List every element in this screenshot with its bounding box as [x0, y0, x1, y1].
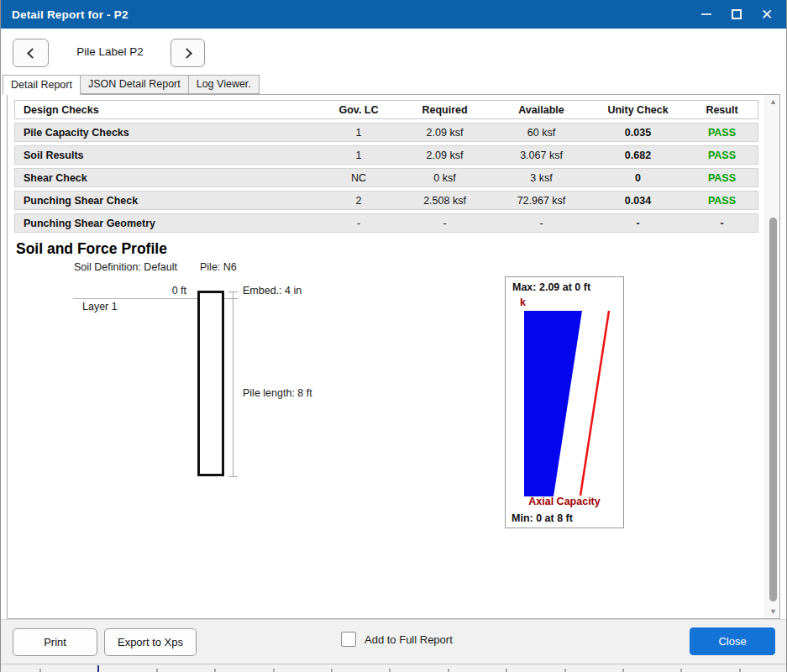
soil-layer-label: Layer 1	[82, 301, 118, 312]
grid-tick	[622, 669, 624, 672]
embedment-label: Embed.: 4 in	[243, 285, 302, 297]
grid-tick-selected	[97, 665, 99, 672]
axial-force-chart: Max: 2.09 at 0 ft k Axial Capacity Min: …	[505, 276, 624, 528]
available-cell: -	[493, 218, 590, 229]
check-name: Pile Capacity Checks	[15, 127, 321, 139]
detail-report-dialog: Detail Report for - P2 ✕ Pile Label P2 D…	[0, 0, 787, 672]
required-cell: 2.508 ksf	[396, 195, 493, 207]
maximize-button[interactable]	[727, 5, 746, 24]
dimension-tick	[228, 476, 238, 477]
result-cell: PASS	[686, 172, 758, 184]
table-header-row: Design Checks Gov. LC Required Available…	[14, 100, 758, 119]
close-button[interactable]: Close	[690, 627, 775, 655]
tab-bar: Detail Report JSON Detail Report Log Vie…	[1, 74, 786, 94]
tab-log-viewer[interactable]: Log Viewer.	[189, 75, 260, 94]
grid-tick	[331, 669, 333, 672]
header-design-checks: Design Checks	[15, 104, 321, 116]
gov-lc-cell: 1	[321, 150, 396, 161]
gov-lc-cell: 2	[321, 195, 396, 207]
pile-outline	[197, 291, 224, 476]
unity-cell: 0	[590, 172, 686, 184]
axial-capacity-line	[580, 311, 609, 496]
soil-force-profile-heading: Soil and Force Profile	[16, 240, 779, 258]
soil-force-profile-diagram: Soil Definition: Default Pile: N6 0 ft L…	[8, 261, 779, 543]
pile-length-label: Pile length: 8 ft	[243, 387, 312, 399]
table-row: Shear Check NC 0 ksf 3 ksf 0 PASS	[14, 168, 758, 187]
grid-tick	[156, 669, 158, 672]
print-button[interactable]: Print	[13, 628, 97, 656]
header-available: Available	[493, 104, 590, 116]
required-cell: 2.09 ksf	[396, 150, 493, 161]
axial-force-plot	[506, 277, 623, 528]
grid-tick	[389, 669, 391, 672]
result-cell: PASS	[686, 195, 758, 207]
grid-tick	[214, 669, 216, 672]
add-to-full-report-checkbox[interactable]	[341, 632, 356, 647]
grid-tick	[273, 669, 275, 672]
chart-min-label: Min: 0 at 8 ft	[512, 512, 573, 524]
maximize-icon	[732, 9, 742, 19]
dimension-tick	[228, 291, 238, 292]
result-cell: PASS	[686, 150, 758, 161]
add-to-full-report-label: Add to Full Report	[365, 633, 453, 646]
tab-detail-report[interactable]: Detail Report	[3, 75, 81, 95]
next-pile-button[interactable]	[171, 39, 205, 67]
dimension-tick	[228, 298, 238, 299]
required-cell: 0 ksf	[396, 172, 493, 184]
pile-nav-row: Pile Label P2	[1, 29, 786, 74]
close-window-button[interactable]: ✕	[758, 5, 776, 24]
available-cell: 3.067 ksf	[493, 150, 590, 161]
title-bar: Detail Report for - P2 ✕	[1, 0, 786, 29]
header-gov-lc: Gov. LC	[321, 104, 396, 116]
unity-cell: -	[590, 218, 686, 229]
grid-tick	[564, 669, 566, 672]
check-name: Punching Shear Check	[15, 195, 321, 207]
pile-name-label: Pile: N6	[200, 261, 237, 273]
check-name: Punching Shear Geometry	[15, 218, 321, 229]
table-row: Punching Shear Geometry - - - - -	[14, 213, 758, 233]
scroll-down-icon[interactable]: ▼	[766, 607, 780, 616]
footer-bar: Print Export to Xps Add to Full Report C…	[1, 619, 786, 664]
pile-label: Pile Label P2	[53, 45, 167, 58]
table-row: Soil Results 1 2.09 ksf 3.067 ksf 0.682 …	[14, 145, 758, 165]
header-required: Required	[396, 104, 493, 116]
grid-tick	[506, 669, 507, 672]
check-name: Soil Results	[15, 150, 321, 161]
table-row: Pile Capacity Checks 1 2.09 ksf 60 ksf 0…	[14, 123, 758, 142]
chevron-left-icon	[27, 48, 38, 59]
grid-tick	[448, 669, 449, 672]
chevron-right-icon	[181, 48, 192, 59]
soil-definition-label: Soil Definition: Default	[74, 261, 177, 273]
gov-lc-cell: NC	[321, 172, 396, 184]
check-name: Shear Check	[15, 172, 321, 184]
required-cell: 2.09 ksf	[396, 127, 493, 139]
gov-lc-cell: -	[321, 218, 396, 229]
close-icon: ✕	[761, 8, 773, 22]
required-cell: -	[396, 218, 493, 229]
header-result: Result	[686, 104, 758, 116]
grid-tick	[739, 669, 741, 672]
unity-cell: 0.034	[590, 195, 686, 207]
axial-demand-area	[524, 311, 582, 496]
unity-cell: 0.035	[590, 127, 686, 139]
window-title: Detail Report for - P2	[1, 8, 129, 21]
vertical-scrollbar[interactable]: ▲ ▼	[765, 95, 779, 618]
grid-tick	[39, 669, 41, 672]
minimize-button[interactable]	[697, 5, 716, 24]
scroll-up-icon[interactable]: ▲	[766, 97, 780, 106]
header-unity-check: Unity Check	[590, 104, 686, 116]
available-cell: 60 ksf	[493, 127, 590, 139]
available-cell: 72.967 ksf	[493, 195, 590, 207]
dimension-line	[233, 291, 233, 476]
axial-capacity-label: Axial Capacity	[506, 496, 623, 507]
result-cell: -	[686, 218, 758, 229]
unity-cell: 0.682	[590, 150, 686, 161]
tab-json-detail-report[interactable]: JSON Detail Report	[81, 75, 189, 94]
scrollbar-thumb[interactable]	[769, 218, 777, 601]
result-cell: PASS	[686, 127, 758, 139]
gov-lc-cell: 1	[321, 127, 396, 139]
export-to-xps-button[interactable]: Export to Xps	[104, 628, 197, 656]
background-window-strip	[1, 664, 786, 672]
previous-pile-button[interactable]	[13, 39, 49, 67]
available-cell: 3 ksf	[493, 172, 590, 184]
